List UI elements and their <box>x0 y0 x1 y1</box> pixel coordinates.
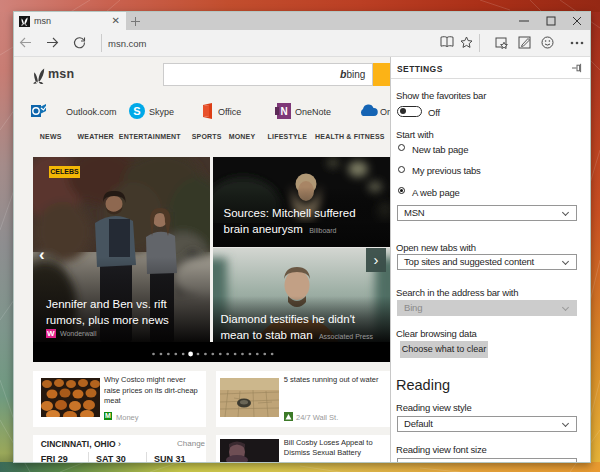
svg-text:S: S <box>133 105 140 117</box>
svg-text:N: N <box>280 106 287 117</box>
